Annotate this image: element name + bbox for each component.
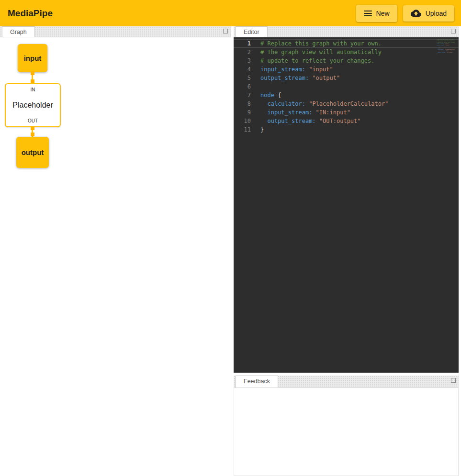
line-text: # update to reflect your changes. [260, 56, 374, 65]
in-port-label: IN [31, 87, 35, 92]
line-number: 5 [234, 74, 260, 82]
right-column: Editor 1# Replace this graph with your o… [234, 26, 459, 476]
feedback-content [234, 388, 459, 476]
line-number: 7 [234, 91, 260, 100]
line-number: 10 [234, 117, 260, 125]
code-line[interactable]: 4input_stream: "input" [234, 65, 459, 74]
cloud-upload-icon [411, 10, 421, 17]
line-text: input_stream: "IN:input" [260, 108, 350, 117]
tab-editor[interactable]: Editor [236, 26, 268, 37]
code-line[interactable]: 6 [234, 82, 459, 91]
new-button[interactable]: New [356, 5, 397, 22]
line-number: 8 [234, 100, 260, 108]
code-line[interactable]: 3# update to reflect your changes. [234, 56, 459, 65]
header-actions: New Upload [356, 5, 456, 22]
feedback-panel: Feedback [234, 376, 459, 476]
graph-canvas[interactable]: input IN Placeholder OUT output [0, 37, 231, 476]
main-area: Graph input IN Placeholder OUT output [0, 26, 461, 476]
feedback-tab-strip: Feedback [234, 376, 459, 388]
feedback-maximize-icon[interactable] [451, 378, 456, 383]
editor-maximize-icon[interactable] [451, 29, 456, 33]
minimap-line: } [437, 53, 455, 55]
output-node[interactable]: output [16, 137, 49, 168]
edge-dot [31, 71, 34, 75]
input-node[interactable]: input [18, 44, 47, 72]
menu-icon [364, 9, 372, 18]
editor-tab-strip: Editor [234, 26, 459, 37]
upload-button[interactable]: Upload [403, 5, 454, 22]
code-line[interactable]: 1# Replace this graph with your own. [234, 39, 459, 48]
code-line[interactable]: 11} [234, 125, 459, 134]
line-text: # Replace this graph with your own. [260, 39, 382, 48]
output-node-label: output [22, 148, 44, 156]
app-title: MediaPipe [8, 8, 53, 19]
line-text: input_stream: "input" [260, 65, 333, 74]
graph-panel: Graph input IN Placeholder OUT output [0, 26, 231, 476]
line-number: 4 [234, 65, 260, 74]
header-bar: MediaPipe New Upload [0, 0, 461, 26]
minimap-content: # Replace this graph with your own.# The… [437, 39, 455, 55]
line-text: node { [260, 91, 281, 100]
upload-button-label: Upload [426, 10, 447, 17]
edge-dot [31, 133, 34, 136]
code-lines: 1# Replace this graph with your own.2# T… [234, 39, 459, 134]
graph-maximize-icon[interactable] [223, 29, 228, 33]
code-line[interactable]: 7node { [234, 91, 459, 100]
minimap-line: output_stream: "OUT:output" [437, 52, 455, 53]
edge-dot [31, 126, 34, 130]
out-port-label: OUT [28, 118, 38, 123]
line-text: output_stream: "output" [260, 74, 340, 82]
line-text: # The graph view will automatically [260, 48, 382, 56]
editor-minimap[interactable]: # Replace this graph with your own.# The… [437, 39, 455, 55]
input-node-label: input [24, 54, 42, 62]
graph-tab-strip: Graph [0, 26, 231, 37]
code-line[interactable]: 5output_stream: "output" [234, 74, 459, 82]
code-line[interactable]: 2# The graph view will automatically [234, 48, 459, 56]
placeholder-node[interactable]: IN Placeholder OUT [5, 83, 61, 127]
editor-panel: Editor 1# Replace this graph with your o… [234, 26, 459, 373]
tab-graph[interactable]: Graph [2, 26, 35, 37]
code-editor[interactable]: 1# Replace this graph with your own.2# T… [234, 37, 459, 373]
line-number: 2 [234, 48, 260, 56]
code-line[interactable]: 8 calculator: "PlaceholderCalculator" [234, 100, 459, 108]
line-text: } [260, 125, 264, 134]
line-text: calculator: "PlaceholderCalculator" [260, 100, 388, 108]
line-number: 3 [234, 56, 260, 65]
line-number: 11 [234, 125, 260, 134]
line-text: output_stream: "OUT:output" [260, 117, 361, 125]
code-line[interactable]: 9 input_stream: "IN:input" [234, 108, 459, 117]
code-line[interactable]: 10 output_stream: "OUT:output" [234, 117, 459, 125]
new-button-label: New [376, 10, 390, 17]
placeholder-node-title: Placeholder [12, 101, 53, 110]
tab-feedback[interactable]: Feedback [236, 376, 278, 387]
line-number: 1 [234, 39, 260, 48]
edge-dot [31, 79, 34, 83]
line-number: 6 [234, 82, 260, 91]
line-number: 9 [234, 108, 260, 117]
